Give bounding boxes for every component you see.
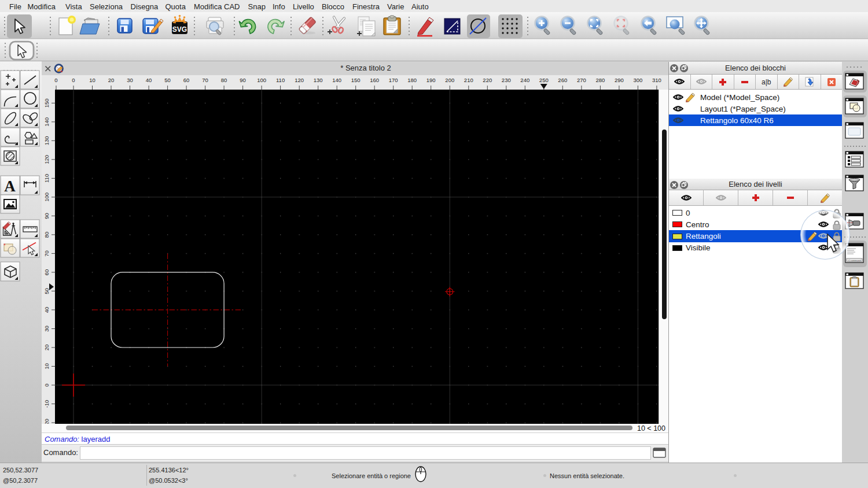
svg-text:290: 290 [615,77,624,83]
svg-text:30: 30 [43,326,50,332]
svg-text:A: A [4,178,16,195]
svg-text:70: 70 [43,250,50,257]
svg-text:170: 170 [389,77,398,83]
svg-text:20: 20 [43,345,50,351]
svg-text:160: 160 [370,77,379,83]
svg-text:0: 0 [72,77,75,83]
svg-text:250: 250 [539,77,549,83]
svg-text:50: 50 [164,77,171,83]
svg-text:0: 0 [43,383,50,386]
svg-text:230: 230 [502,77,511,83]
svg-text:40: 40 [43,307,50,313]
svg-text:C command: C command [848,259,861,262]
svg-text:60: 60 [183,77,190,83]
svg-text:180: 180 [407,77,417,83]
svg-text:30: 30 [127,77,133,83]
svg-text:150: 150 [43,98,50,108]
svg-text:130: 130 [314,77,323,83]
svg-text:280: 280 [595,77,605,83]
svg-text:120: 120 [43,155,50,164]
svg-text:140: 140 [43,117,50,127]
svg-text:260: 260 [558,77,567,83]
svg-text:-10: -10 [43,400,50,408]
svg-text:0: 0 [54,77,57,83]
svg-text:80: 80 [221,77,227,83]
svg-text:90: 90 [43,213,50,219]
svg-text:40: 40 [146,77,152,83]
svg-text:220: 220 [483,77,492,83]
svg-text:-20: -20 [43,419,50,424]
svg-text:140: 140 [332,77,341,83]
svg-text:100: 100 [43,193,50,202]
svg-text:70: 70 [202,77,208,83]
svg-text:10: 10 [89,77,95,83]
svg-text:20: 20 [108,77,115,83]
svg-text:240: 240 [520,77,529,83]
svg-text:130: 130 [43,136,50,145]
svg-text:300: 300 [633,77,642,83]
svg-text:310: 310 [652,77,661,83]
svg-text:100: 100 [257,77,266,83]
svg-text:270: 270 [577,77,586,83]
svg-text:190: 190 [426,77,436,83]
svg-text:110: 110 [43,174,50,183]
svg-text:60: 60 [43,269,50,276]
svg-text:150: 150 [351,77,361,83]
svg-text:120: 120 [295,77,304,83]
svg-text:50: 50 [43,288,50,294]
svg-text:80: 80 [43,232,50,238]
svg-text:200: 200 [445,77,454,83]
svg-text:210: 210 [464,77,473,83]
svg-text:10: 10 [43,363,50,369]
svg-text:110: 110 [276,77,285,83]
svg-text:90: 90 [240,77,246,83]
